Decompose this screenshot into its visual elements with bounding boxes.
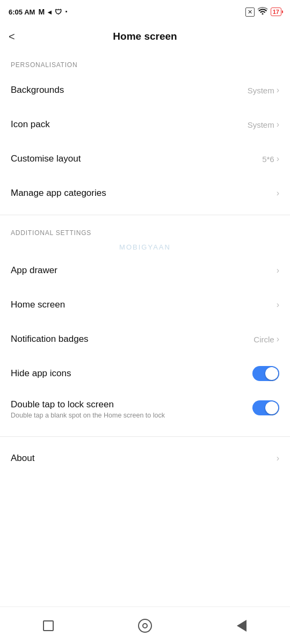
manage-app-categories-value-group: › [277, 188, 279, 198]
page-title: Home screen [113, 31, 177, 42]
mail-icon: M [38, 8, 45, 16]
app-drawer-chevron: › [277, 266, 279, 275]
dot-icon: · [65, 7, 68, 17]
double-tap-lock-toggle[interactable] [252, 400, 279, 415]
hide-app-icons-row[interactable]: Hide app icons [0, 356, 290, 391]
app-drawer-value-group: › [277, 266, 279, 275]
notification-badges-row[interactable]: Notification badges Circle › [0, 322, 290, 356]
backgrounds-row[interactable]: Backgrounds System › [0, 73, 290, 107]
divider-2 [0, 436, 290, 437]
home-button[interactable] [129, 615, 161, 636]
home-screen-label: Home screen [11, 299, 65, 310]
home-screen-chevron: › [277, 300, 279, 310]
about-value-group: › [277, 453, 279, 463]
notification-badges-chevron: › [277, 334, 279, 344]
app-drawer-label: App drawer [11, 265, 57, 276]
notification-badges-value: Circle [253, 335, 274, 344]
app-drawer-row[interactable]: App drawer › [0, 253, 290, 288]
double-tap-lock-label: Double tap to lock screen [11, 399, 165, 410]
double-tap-lock-row[interactable]: Double tap to lock screen Double tap a b… [0, 391, 290, 428]
navigation-icon: ◂ [48, 8, 52, 16]
about-label: About [11, 453, 34, 464]
watermark: MOBIGYAAN [0, 241, 290, 253]
header: < Home screen [0, 21, 290, 52]
about-chevron: › [277, 453, 279, 463]
shield-icon: 🛡 [55, 8, 62, 16]
double-tap-lock-text-group: Double tap to lock screen Double tap a b… [11, 399, 165, 419]
customise-layout-label: Customise layout [11, 153, 81, 164]
customise-layout-chevron: › [277, 154, 279, 164]
status-left: 6:05 AM M ◂ 🛡 · [9, 7, 68, 17]
customise-layout-value: 5*6 [262, 155, 274, 164]
icon-pack-row[interactable]: Icon pack System › [0, 107, 290, 142]
hide-app-icons-label: Hide app icons [11, 368, 71, 379]
icon-pack-value: System [248, 120, 274, 129]
icon-pack-value-group: System › [248, 120, 279, 129]
home-icon [138, 619, 152, 633]
backgrounds-value-group: System › [248, 85, 279, 95]
icon-pack-chevron: › [277, 120, 279, 129]
about-row[interactable]: About › [0, 441, 290, 475]
customise-layout-value-group: 5*6 › [262, 154, 279, 164]
status-right: ✕ 17 [245, 7, 281, 17]
recent-apps-button[interactable] [32, 615, 64, 636]
notification-badges-value-group: Circle › [253, 334, 279, 344]
backgrounds-chevron: › [277, 85, 279, 95]
home-screen-row[interactable]: Home screen › [0, 288, 290, 322]
status-bar: 6:05 AM M ◂ 🛡 · ✕ 17 [0, 0, 290, 21]
toggle-knob [265, 367, 278, 380]
hide-app-icons-toggle[interactable] [252, 366, 279, 381]
backgrounds-value: System [248, 86, 274, 95]
toggle-knob-2 [265, 401, 278, 414]
backgrounds-label: Backgrounds [11, 85, 64, 96]
icon-pack-label: Icon pack [11, 119, 50, 130]
additional-settings-section-label: ADDITIONAL SETTINGS [0, 219, 290, 241]
manage-app-categories-label: Manage app categories [11, 188, 106, 199]
divider-1 [0, 215, 290, 215]
manage-app-categories-chevron: › [277, 188, 279, 198]
back-button[interactable]: < [9, 29, 19, 44]
screen-icon: ✕ [245, 8, 255, 17]
bottom-navigation [0, 606, 290, 644]
time: 6:05 AM [9, 8, 35, 16]
back-icon [237, 620, 247, 632]
double-tap-lock-subtitle: Double tap a blank spot on the Home scre… [11, 412, 165, 419]
wifi-icon [258, 7, 267, 17]
home-screen-value-group: › [277, 300, 279, 310]
customise-layout-row[interactable]: Customise layout 5*6 › [0, 142, 290, 176]
personalisation-section-label: PERSONALISATION [0, 52, 290, 73]
notification-badges-label: Notification badges [11, 334, 89, 345]
back-nav-button[interactable] [226, 615, 258, 636]
recent-apps-icon [43, 620, 54, 631]
battery-indicator: 17 [271, 8, 281, 16]
manage-app-categories-row[interactable]: Manage app categories › [0, 176, 290, 210]
